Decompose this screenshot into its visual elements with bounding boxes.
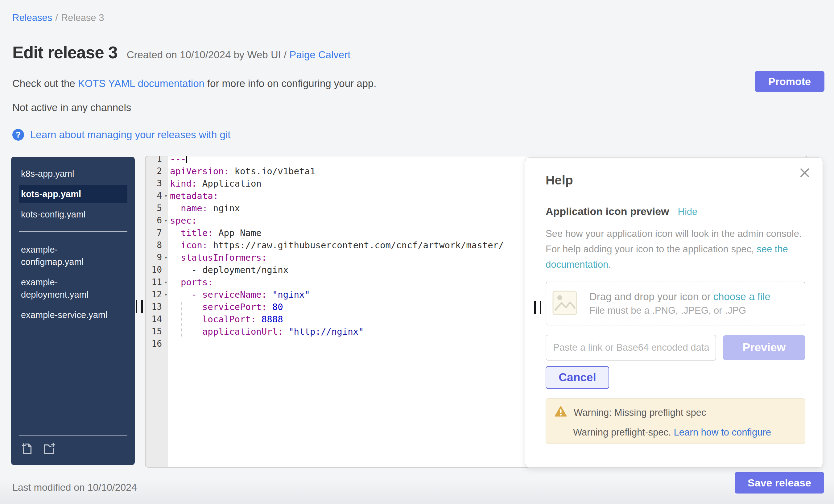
line-number: 6▾ xyxy=(146,214,167,227)
line-number: 11▾ xyxy=(146,276,167,288)
last-modified-text: Last modified on 10/10/2024 xyxy=(12,482,137,493)
warning-configure-link[interactable]: Learn how to configure xyxy=(674,427,771,438)
channel-status: Not active in any channels xyxy=(12,102,131,113)
help-panel: Help Application icon preview Hide See h… xyxy=(525,157,823,467)
file-tree-divider xyxy=(19,231,127,232)
line-number: 16 xyxy=(146,338,167,350)
line-number: 10 xyxy=(146,264,167,276)
preview-button[interactable]: Preview xyxy=(723,335,805,360)
fold-arrow-icon[interactable]: ▾ xyxy=(164,190,168,202)
warning-triangle-icon xyxy=(554,406,567,419)
code-line-text: name: nginx xyxy=(167,202,240,214)
line-number: 12▾ xyxy=(146,288,167,301)
image-placeholder-icon xyxy=(552,290,577,316)
created-author-link[interactable]: Paige Calvert xyxy=(289,49,350,61)
text-cursor xyxy=(186,156,187,163)
code-line-text: localPort: 8888 xyxy=(167,313,283,325)
code-line-text: - deployment/nginx xyxy=(167,264,288,276)
help-panel-resize-handle[interactable] xyxy=(534,301,541,314)
file-tree-item-kots-config.yaml[interactable]: kots-config.yaml xyxy=(19,205,113,223)
fold-arrow-icon[interactable]: ▾ xyxy=(164,214,168,227)
line-number: 4▾ xyxy=(146,190,167,202)
file-tree-item-example-service.yaml[interactable]: example-service.yaml xyxy=(19,306,113,324)
file-tree-item-kots-app.yaml[interactable]: kots-app.yaml xyxy=(19,185,127,203)
line-number: 14 xyxy=(146,313,167,325)
code-line-text: --- xyxy=(167,156,187,165)
code-line-text: servicePort: 80 xyxy=(167,301,283,313)
line-number: 5 xyxy=(146,202,167,214)
icon-preview-section-title: Application icon preview xyxy=(546,205,669,217)
close-icon[interactable] xyxy=(798,166,811,180)
file-tree-item-example-deployment.yaml[interactable]: example-deployment.yaml xyxy=(19,273,113,304)
breadcrumb-link-releases[interactable]: Releases xyxy=(12,12,52,23)
sidebar-footer-divider xyxy=(19,435,127,436)
breadcrumb-current: Release 3 xyxy=(61,12,104,23)
cancel-button[interactable]: Cancel xyxy=(546,366,609,389)
promote-button[interactable]: Promote xyxy=(755,71,825,92)
file-tree-item-example-configmap.yaml[interactable]: example-configmap.yaml xyxy=(19,241,113,271)
add-folder-icon[interactable] xyxy=(42,442,56,457)
kots-yaml-docs-link[interactable]: KOTS YAML documentation xyxy=(78,78,204,89)
help-description-period: . xyxy=(608,259,611,270)
docs-suffix: for more info on configuring your app. xyxy=(207,78,376,89)
sidebar-resize-handle[interactable] xyxy=(136,300,143,313)
sidebar-footer xyxy=(19,435,127,457)
file-tree-sidebar: k8s-app.yamlkots-app.yamlkots-config.yam… xyxy=(11,157,135,465)
code-line-text: metadata: xyxy=(167,190,218,202)
code-line-text: apiVersion: kots.io/v1beta1 xyxy=(167,165,315,177)
dropzone-instruction: Drag and drop your icon orchoose a file xyxy=(589,291,770,303)
warning-title: Warning: Missing preflight spec xyxy=(574,407,706,418)
title-row: Edit release 3 Created on 10/10/2024 by … xyxy=(12,43,350,62)
code-line-text: ports: xyxy=(167,276,213,288)
code-line-text: applicationUrl: "http://nginx" xyxy=(167,325,364,338)
release-editor-page: Releases/Release 3 Edit release 3 Create… xyxy=(0,0,834,504)
line-number: 7 xyxy=(146,227,167,239)
code-line-text xyxy=(167,338,170,350)
warning-box: Warning: Missing preflight spec Warning … xyxy=(546,398,805,444)
fold-arrow-icon[interactable]: ▾ xyxy=(164,288,168,301)
icon-dropzone[interactable]: Drag and drop your icon orchoose a file … xyxy=(546,282,805,325)
line-number: 15 xyxy=(146,325,167,338)
docs-line: Check out theKOTS YAML documentationfor … xyxy=(12,78,376,89)
line-number: 2 xyxy=(146,165,167,177)
fold-arrow-icon[interactable]: ▾ xyxy=(164,251,168,264)
add-file-icon[interactable] xyxy=(20,442,34,457)
file-tree: k8s-app.yamlkots-app.yamlkots-config.yam… xyxy=(11,165,135,324)
git-link-row[interactable]: ? Learn about managing your releases wit… xyxy=(12,129,231,141)
question-circle-icon: ? xyxy=(12,129,24,141)
indent-guide xyxy=(181,301,182,338)
breadcrumb-separator: / xyxy=(55,12,58,23)
docs-prefix: Check out the xyxy=(12,78,75,89)
page-title: Edit release 3 xyxy=(12,43,117,62)
icon-url-input[interactable] xyxy=(546,335,716,360)
breadcrumb: Releases/Release 3 xyxy=(12,12,104,23)
hide-link[interactable]: Hide xyxy=(678,206,698,217)
line-number: 8 xyxy=(146,239,167,251)
code-line-text: statusInformers: xyxy=(167,251,267,264)
git-releases-link[interactable]: Learn about managing your releases with … xyxy=(30,129,231,141)
fold-arrow-icon[interactable]: ▾ xyxy=(164,276,168,288)
code-line-text: kind: Application xyxy=(167,177,262,190)
code-line-text: - serviceName: "nginx" xyxy=(167,288,310,301)
help-description: See how your application icon will look … xyxy=(546,226,805,272)
help-title: Help xyxy=(546,173,805,188)
choose-file-link[interactable]: choose a file xyxy=(714,291,770,302)
file-tree-item-k8s-app.yaml[interactable]: k8s-app.yaml xyxy=(19,165,113,182)
line-number: 1 xyxy=(146,156,167,165)
code-line-text: spec: xyxy=(167,214,197,227)
created-text: Created on 10/10/2024 by Web UI /Paige C… xyxy=(127,49,351,61)
code-line-text: icon: https://raw.githubusercontent.com/… xyxy=(167,239,504,251)
dropzone-filetype-hint: File must be a .PNG, .JPEG, or .JPG xyxy=(589,305,770,316)
created-prefix: Created on 10/10/2024 by Web UI / xyxy=(127,49,287,61)
line-number: 9▾ xyxy=(146,251,167,264)
line-number: 13 xyxy=(146,301,167,313)
warning-body: Warning preflight-spec. xyxy=(573,427,671,438)
line-number: 3 xyxy=(146,177,167,190)
save-release-button[interactable]: Save release xyxy=(735,472,824,494)
code-line-text: title: App Name xyxy=(167,227,262,239)
